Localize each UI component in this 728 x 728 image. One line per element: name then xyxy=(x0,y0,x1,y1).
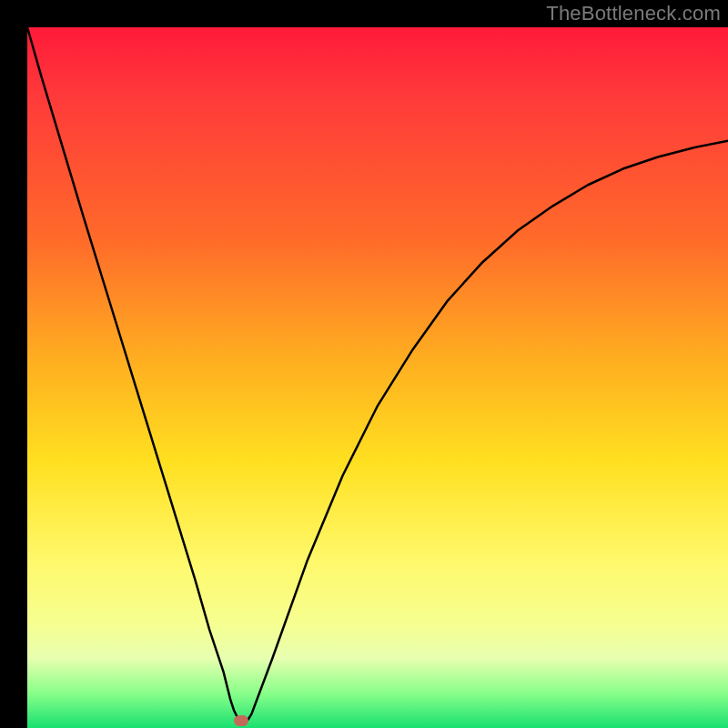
plot-area xyxy=(27,27,728,728)
watermark-text: TheBottleneck.com xyxy=(546,2,721,25)
optimal-point-marker xyxy=(234,715,248,726)
curve-svg xyxy=(27,27,728,728)
bottleneck-curve xyxy=(27,27,728,721)
chart-frame: TheBottleneck.com xyxy=(0,0,728,728)
